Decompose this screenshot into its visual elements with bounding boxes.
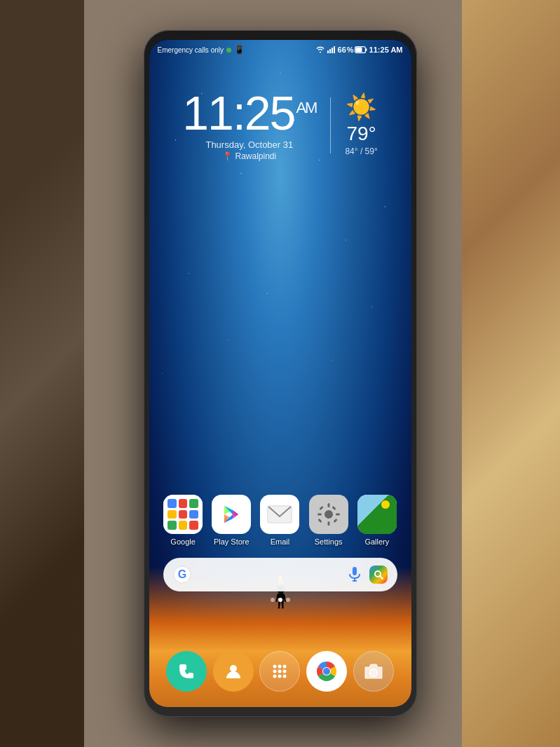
status-right: 66 % 11:25 AM [315,45,403,55]
dock-contacts[interactable] [213,651,254,692]
weather-icon: ☀️ [345,95,377,120]
svg-text:G: G [177,568,186,580]
battery-percent: 66 [338,46,346,54]
svg-point-41 [323,668,330,675]
svg-rect-14 [336,514,340,516]
emergency-text: Emergency calls only [158,46,224,54]
svg-rect-6 [355,48,362,53]
svg-point-29 [283,665,287,669]
gallery-label: Gallery [364,537,389,546]
settings-svg [317,502,341,526]
svg-rect-16 [333,519,337,523]
mic-icon[interactable] [347,567,362,582]
dock-camera[interactable] [353,651,394,692]
svg-rect-21 [353,567,357,575]
google-label: Google [170,537,195,546]
phone-icon [177,662,196,681]
app-settings[interactable]: Settings [309,495,348,546]
location-icon: 📍 [222,151,233,161]
svg-point-32 [283,670,287,673]
svg-rect-1 [329,49,331,53]
page-dot-2 [278,598,282,602]
status-bar: Emergency calls only 📱 [149,40,411,60]
battery-icon: 66 % [338,46,367,54]
clock-time: 11:25AM [182,89,316,137]
clock-left: 11:25AM Thursday, October 31 📍 Rawalpind… [182,89,316,161]
svg-point-43 [371,671,376,675]
signal-icon [327,45,336,55]
svg-rect-3 [334,46,335,53]
lens-icon[interactable] [369,566,388,584]
clock-divider [330,97,331,153]
google-dot-9 [189,521,198,530]
play-center [233,510,238,519]
status-left: Emergency calls only 📱 [158,45,245,55]
svg-point-28 [278,665,282,669]
search-bar[interactable]: G [163,558,397,591]
svg-point-27 [273,665,277,669]
settings-label: Settings [315,537,343,546]
launcher-icon [271,663,288,680]
svg-point-26 [230,665,237,672]
green-dot-icon [226,48,231,53]
page-dots [149,598,411,602]
dock [149,651,411,692]
google-dot-1 [168,499,177,508]
google-dot-2 [179,499,188,508]
svg-rect-0 [327,50,329,53]
svg-rect-15 [319,506,323,510]
clock-location: 📍 Rawalpindi [182,151,316,161]
app-grid: Google [149,495,411,546]
svg-rect-5 [365,48,367,51]
weather-range: 84° / 59° [345,146,377,156]
app-google[interactable]: Google [163,495,203,546]
app-gallery[interactable]: Gallery [357,495,397,546]
google-dot-6 [189,510,198,519]
app-email[interactable]: Email [260,495,299,546]
svg-rect-12 [327,521,329,526]
google-dot-8 [179,521,188,530]
google-dot-5 [179,510,188,519]
wifi-icon [315,45,325,55]
time-display: 11:25 AM [369,46,403,54]
svg-line-25 [380,576,383,579]
camera-icon [364,663,383,680]
svg-point-35 [283,675,287,678]
svg-rect-13 [317,514,322,516]
dock-phone[interactable] [166,651,207,692]
google-dot-3 [189,499,198,508]
svg-rect-2 [332,48,333,53]
dock-chrome[interactable] [306,651,347,692]
svg-point-31 [278,670,282,673]
dock-launcher[interactable] [259,651,300,692]
page-dot-1 [271,598,275,602]
google-g-icon: G [173,566,191,584]
google-dot-7 [168,521,177,530]
google-dot-4 [168,510,177,519]
contacts-icon [224,662,243,681]
whatsapp-icon: 📱 [234,45,245,55]
chrome-icon [314,659,339,684]
page-dot-3 [286,598,290,602]
svg-rect-11 [327,503,329,507]
weather-temp: 79° [345,123,377,145]
playstore-label: Play Store [214,537,250,546]
gallery-sun [381,500,390,509]
svg-rect-17 [332,506,336,510]
svg-rect-18 [317,519,322,523]
weather-widget: ☀️ 79° 84° / 59° [345,95,377,156]
clock-widget: 11:25AM Thursday, October 31 📍 Rawalpind… [149,89,411,161]
playstore-svg [220,503,243,526]
svg-point-33 [273,675,277,678]
clock-date: Thursday, October 31 [182,139,316,150]
svg-point-34 [278,675,282,678]
phone-device: 🧍 Emergency calls only 📱 [144,30,417,717]
email-label: Email [271,537,290,546]
svg-point-30 [273,670,277,673]
app-playstore[interactable]: Play Store [212,495,251,546]
phone-screen: 🧍 Emergency calls only 📱 [149,40,411,707]
email-svg [267,505,292,523]
